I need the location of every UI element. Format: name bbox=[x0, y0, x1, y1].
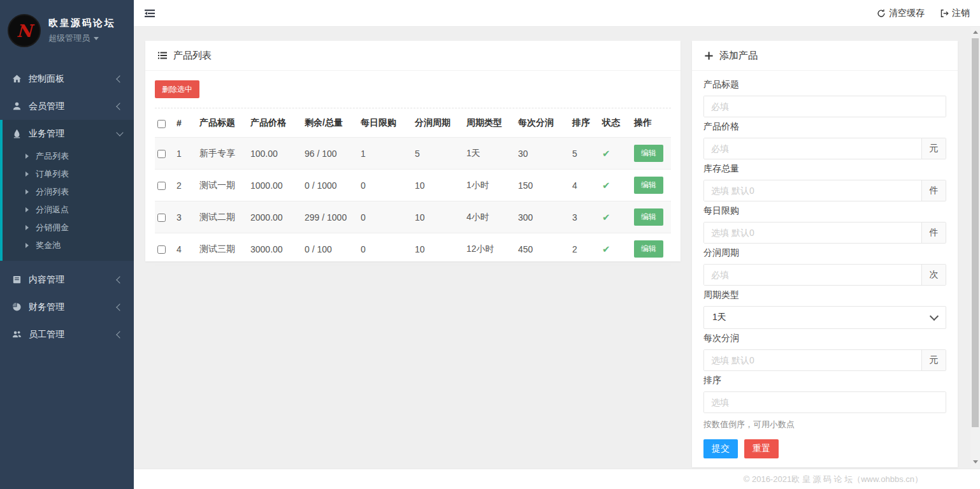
col-header-status: 状态 bbox=[600, 108, 631, 138]
brand-title: 欧皇源码论坛 bbox=[48, 17, 115, 29]
product-list-card-header: 产品列表 bbox=[145, 41, 681, 71]
status-enabled-check-icon: ✔ bbox=[602, 244, 610, 254]
triangle-right-icon bbox=[25, 172, 29, 177]
add-product-card: 添加产品 产品标题 产品价格 元 库存总量 件 bbox=[692, 41, 958, 467]
row-checkbox[interactable] bbox=[157, 214, 166, 222]
sort-hint-text: 按数值倒序，可用小数点 bbox=[703, 419, 946, 430]
sidebar-subitem-order-list[interactable]: 订单列表 bbox=[3, 165, 134, 183]
triangle-right-icon bbox=[25, 207, 29, 212]
sidebar-item-label: 员工管理 bbox=[29, 329, 64, 340]
col-header-sort: 排序 bbox=[570, 108, 600, 138]
status-enabled-check-icon: ✔ bbox=[602, 180, 610, 191]
product-title-input[interactable] bbox=[704, 96, 946, 117]
row-checkbox[interactable] bbox=[157, 150, 166, 158]
footer: © 2016-2021欧 皇 源 码 论 坛（www.ohbbs.cn） bbox=[134, 469, 980, 489]
triangle-right-icon bbox=[25, 225, 29, 230]
unit-addon-ci: 次 bbox=[921, 265, 946, 285]
reset-button[interactable]: 重置 bbox=[744, 439, 779, 458]
profit-cycle-input[interactable] bbox=[704, 265, 921, 285]
cycle-type-selected-value: 1天 bbox=[712, 312, 726, 323]
scrollbar-up-arrow[interactable] bbox=[973, 31, 978, 34]
user-role-dropdown[interactable]: 超级管理员 bbox=[48, 33, 115, 44]
subitem-label: 奖金池 bbox=[36, 240, 61, 251]
delete-selected-button[interactable]: 删除选中 bbox=[155, 80, 199, 98]
stock-total-input[interactable] bbox=[704, 180, 921, 201]
sidebar-item-dashboard[interactable]: 控制面板 bbox=[0, 65, 134, 92]
table-header-row: # 产品标题 产品价格 剩余/总量 每日限购 分润周期 周期类型 每次分润 排序… bbox=[155, 108, 671, 138]
col-header-cycle-type: 周期类型 bbox=[464, 108, 515, 138]
product-price-input[interactable] bbox=[704, 138, 921, 159]
scrollbar-thumb[interactable] bbox=[972, 38, 979, 427]
refresh-icon bbox=[877, 9, 886, 18]
chevron-down-icon bbox=[116, 129, 123, 136]
brand-logo-letter: N bbox=[17, 22, 32, 40]
per-profit-input[interactable] bbox=[704, 350, 921, 370]
clear-cache-button[interactable]: 清空缓存 bbox=[877, 8, 925, 19]
field-label-cycle: 分润周期 bbox=[703, 247, 946, 259]
col-header-price: 产品价格 bbox=[248, 108, 302, 138]
col-header-index: # bbox=[174, 108, 197, 138]
chevron-left-icon bbox=[116, 303, 123, 310]
sidebar-item-business[interactable]: 业务管理 bbox=[3, 120, 134, 147]
row-checkbox[interactable] bbox=[157, 245, 166, 254]
field-label-per-profit: 每次分润 bbox=[703, 333, 946, 344]
book-icon bbox=[11, 275, 22, 285]
unit-addon-jian: 件 bbox=[921, 180, 946, 201]
pie-chart-icon bbox=[11, 302, 22, 312]
sidebar-subitem-product-list[interactable]: 产品列表 bbox=[3, 147, 134, 165]
chevron-left-icon bbox=[116, 75, 123, 82]
sidebar-subitem-profit-rebate[interactable]: 分润返点 bbox=[3, 201, 134, 219]
sidebar-subitem-bonus-pool[interactable]: 奖金池 bbox=[3, 237, 134, 254]
table-row: 4 测试三期 3000.00 0 / 100 0 10 12小时 450 2 ✔… bbox=[155, 233, 671, 265]
chevron-left-icon bbox=[116, 276, 123, 283]
submit-button[interactable]: 提交 bbox=[703, 439, 738, 458]
logout-button[interactable]: 注销 bbox=[940, 8, 970, 19]
unit-addon-yuan: 元 bbox=[921, 138, 946, 159]
sidebar-subitem-commission[interactable]: 分销佣金 bbox=[3, 219, 134, 237]
subitem-label: 分润返点 bbox=[36, 204, 69, 215]
col-header-cycle: 分润周期 bbox=[412, 108, 464, 138]
brand-logo: N bbox=[8, 14, 41, 47]
sidebar-group-business: 业务管理 产品列表 订单列表 分润列表 分润返点 分销佣金 bbox=[0, 120, 134, 261]
sidebar-item-label: 内容管理 bbox=[29, 274, 64, 286]
edit-button[interactable]: 编辑 bbox=[634, 145, 663, 162]
edit-button[interactable]: 编辑 bbox=[634, 177, 663, 194]
table-row: 2 测试一期 1000.00 0 / 1000 0 10 1小时 150 4 ✔… bbox=[155, 170, 671, 201]
sidebar-item-staff[interactable]: 员工管理 bbox=[0, 321, 134, 348]
field-label-cycle-type: 周期类型 bbox=[703, 289, 946, 301]
cycle-type-select[interactable]: 1天 bbox=[703, 306, 946, 329]
product-table: # 产品标题 产品价格 剩余/总量 每日限购 分润周期 周期类型 每次分润 排序… bbox=[155, 108, 671, 265]
edit-button[interactable]: 编辑 bbox=[634, 208, 663, 226]
sidebar-item-content[interactable]: 内容管理 bbox=[0, 266, 134, 293]
row-checkbox[interactable] bbox=[157, 182, 166, 190]
sidebar-item-label: 业务管理 bbox=[29, 128, 64, 140]
scrollbar-down-arrow[interactable] bbox=[973, 460, 978, 463]
add-product-title: 添加产品 bbox=[719, 50, 758, 62]
collapse-sidebar-icon[interactable] bbox=[144, 8, 155, 18]
brand: N 欧皇源码论坛 超级管理员 bbox=[0, 0, 134, 59]
vertical-scrollbar[interactable] bbox=[970, 27, 980, 469]
copyright-text: © 2016-2021欧 皇 源 码 论 坛（www.ohbbs.cn） bbox=[744, 474, 923, 485]
sidebar-item-finance[interactable]: 财务管理 bbox=[0, 293, 134, 321]
sort-input[interactable] bbox=[704, 392, 946, 412]
field-label-daily-limit: 每日限购 bbox=[703, 205, 946, 217]
triangle-right-icon bbox=[25, 154, 29, 159]
col-header-per-profit: 每次分润 bbox=[515, 108, 570, 138]
sidebar-item-members[interactable]: 会员管理 bbox=[0, 92, 134, 120]
select-all-checkbox[interactable] bbox=[157, 120, 166, 128]
sidebar-subitem-profit-list[interactable]: 分润列表 bbox=[3, 183, 134, 201]
unit-addon-jian: 件 bbox=[921, 223, 946, 243]
status-enabled-check-icon: ✔ bbox=[602, 148, 610, 159]
sidebar-item-label: 控制面板 bbox=[29, 73, 64, 85]
col-header-title: 产品标题 bbox=[197, 108, 248, 138]
user-role-label: 超级管理员 bbox=[48, 33, 90, 44]
edit-button[interactable]: 编辑 bbox=[634, 240, 663, 258]
add-product-card-header: 添加产品 bbox=[692, 41, 958, 71]
daily-limit-input[interactable] bbox=[704, 223, 921, 243]
logout-icon bbox=[940, 9, 949, 18]
col-header-daily-limit: 每日限购 bbox=[358, 108, 412, 138]
table-row: 1 新手专享 100.00 96 / 100 1 5 1天 30 5 ✔ 编辑 bbox=[155, 138, 671, 170]
sidebar-item-label: 会员管理 bbox=[29, 101, 64, 112]
user-icon bbox=[11, 101, 22, 112]
triangle-right-icon bbox=[25, 189, 29, 194]
